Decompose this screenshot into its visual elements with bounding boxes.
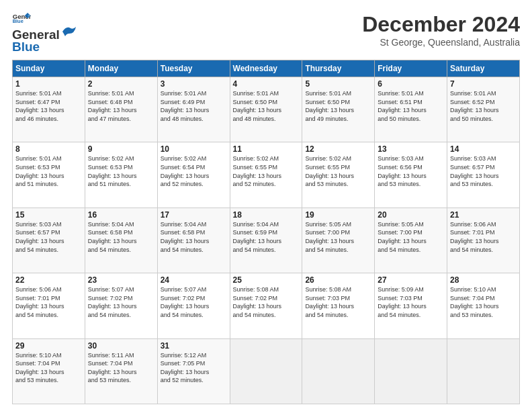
day-info: Sunrise: 5:04 AMSunset: 6:59 PMDaylight:… bbox=[233, 220, 300, 254]
day-number: 24 bbox=[161, 275, 227, 285]
calendar-week-row: 1Sunrise: 5:01 AMSunset: 6:47 PMDaylight… bbox=[13, 77, 520, 142]
logo-bird-icon bbox=[61, 24, 76, 39]
day-number: 31 bbox=[161, 341, 227, 351]
day-number: 23 bbox=[88, 275, 154, 285]
day-number: 18 bbox=[233, 210, 300, 220]
day-info: Sunrise: 5:09 AMSunset: 7:03 PMDaylight:… bbox=[378, 285, 444, 319]
table-row: 8Sunrise: 5:01 AMSunset: 6:53 PMDaylight… bbox=[13, 142, 85, 208]
col-friday: Friday bbox=[375, 60, 447, 77]
calendar: Sunday Monday Tuesday Wednesday Thursday… bbox=[12, 60, 520, 404]
day-number: 29 bbox=[15, 341, 82, 351]
table-row: 23Sunrise: 5:07 AMSunset: 7:02 PMDayligh… bbox=[85, 273, 157, 338]
day-number: 15 bbox=[15, 210, 82, 220]
day-info: Sunrise: 5:06 AMSunset: 7:01 PMDaylight:… bbox=[450, 220, 517, 254]
table-row: 30Sunrise: 5:11 AMSunset: 7:04 PMDayligh… bbox=[85, 338, 157, 404]
table-row: 5Sunrise: 5:01 AMSunset: 6:50 PMDaylight… bbox=[302, 77, 375, 142]
page: General Blue General Blue December 2024 … bbox=[0, 0, 532, 411]
table-row: 4Sunrise: 5:01 AMSunset: 6:50 PMDaylight… bbox=[230, 77, 302, 142]
day-info: Sunrise: 5:10 AMSunset: 7:04 PMDaylight:… bbox=[450, 285, 517, 319]
month-title: December 2024 bbox=[362, 12, 520, 37]
day-number: 13 bbox=[378, 144, 444, 154]
day-number: 3 bbox=[161, 79, 227, 89]
day-info: Sunrise: 5:02 AMSunset: 6:55 PMDaylight:… bbox=[233, 154, 300, 188]
table-row: 12Sunrise: 5:02 AMSunset: 6:55 PMDayligh… bbox=[302, 142, 375, 208]
col-wednesday: Wednesday bbox=[230, 60, 302, 77]
col-thursday: Thursday bbox=[302, 60, 375, 77]
day-info: Sunrise: 5:01 AMSunset: 6:49 PMDaylight:… bbox=[161, 89, 227, 123]
col-sunday: Sunday bbox=[13, 60, 85, 77]
day-number: 5 bbox=[305, 79, 371, 89]
day-info: Sunrise: 5:11 AMSunset: 7:04 PMDaylight:… bbox=[88, 351, 154, 385]
day-info: Sunrise: 5:07 AMSunset: 7:02 PMDaylight:… bbox=[88, 285, 154, 319]
table-row: 17Sunrise: 5:04 AMSunset: 6:58 PMDayligh… bbox=[157, 208, 230, 273]
table-row: 14Sunrise: 5:03 AMSunset: 6:57 PMDayligh… bbox=[447, 142, 520, 208]
day-number: 26 bbox=[305, 275, 371, 285]
col-monday: Monday bbox=[85, 60, 157, 77]
table-row: 28Sunrise: 5:10 AMSunset: 7:04 PMDayligh… bbox=[447, 273, 520, 338]
logo-icon: General Blue bbox=[12, 12, 31, 23]
table-row: 11Sunrise: 5:02 AMSunset: 6:55 PMDayligh… bbox=[230, 142, 302, 208]
day-info: Sunrise: 5:06 AMSunset: 7:01 PMDaylight:… bbox=[15, 285, 82, 319]
day-number: 14 bbox=[450, 144, 517, 154]
day-number: 6 bbox=[378, 79, 444, 89]
table-row: 25Sunrise: 5:08 AMSunset: 7:02 PMDayligh… bbox=[230, 273, 302, 338]
table-row: 29Sunrise: 5:10 AMSunset: 7:04 PMDayligh… bbox=[13, 338, 85, 404]
day-number: 19 bbox=[305, 210, 371, 220]
day-info: Sunrise: 5:02 AMSunset: 6:54 PMDaylight:… bbox=[161, 154, 227, 188]
day-info: Sunrise: 5:01 AMSunset: 6:48 PMDaylight:… bbox=[88, 89, 154, 123]
day-number: 12 bbox=[305, 144, 371, 154]
day-info: Sunrise: 5:01 AMSunset: 6:47 PMDaylight:… bbox=[15, 89, 82, 123]
svg-text:Blue: Blue bbox=[13, 18, 24, 23]
day-info: Sunrise: 5:01 AMSunset: 6:51 PMDaylight:… bbox=[378, 89, 444, 123]
table-row: 2Sunrise: 5:01 AMSunset: 6:48 PMDaylight… bbox=[85, 77, 157, 142]
day-number: 28 bbox=[450, 275, 517, 285]
day-info: Sunrise: 5:04 AMSunset: 6:58 PMDaylight:… bbox=[161, 220, 227, 254]
col-tuesday: Tuesday bbox=[157, 60, 230, 77]
day-info: Sunrise: 5:07 AMSunset: 7:02 PMDaylight:… bbox=[161, 285, 227, 319]
day-number: 1 bbox=[15, 79, 82, 89]
table-row: 15Sunrise: 5:03 AMSunset: 6:57 PMDayligh… bbox=[13, 208, 85, 273]
day-info: Sunrise: 5:01 AMSunset: 6:53 PMDaylight:… bbox=[15, 154, 82, 188]
calendar-week-row: 22Sunrise: 5:06 AMSunset: 7:01 PMDayligh… bbox=[13, 273, 520, 338]
day-info: Sunrise: 5:10 AMSunset: 7:04 PMDaylight:… bbox=[15, 351, 82, 385]
day-number: 2 bbox=[88, 79, 154, 89]
table-row: 19Sunrise: 5:05 AMSunset: 7:00 PMDayligh… bbox=[302, 208, 375, 273]
day-number: 27 bbox=[378, 275, 444, 285]
table-row: 3Sunrise: 5:01 AMSunset: 6:49 PMDaylight… bbox=[157, 77, 230, 142]
table-row: 10Sunrise: 5:02 AMSunset: 6:54 PMDayligh… bbox=[157, 142, 230, 208]
col-saturday: Saturday bbox=[447, 60, 520, 77]
calendar-week-row: 29Sunrise: 5:10 AMSunset: 7:04 PMDayligh… bbox=[13, 338, 520, 404]
day-info: Sunrise: 5:03 AMSunset: 6:57 PMDaylight:… bbox=[15, 220, 82, 254]
table-row: 16Sunrise: 5:04 AMSunset: 6:58 PMDayligh… bbox=[85, 208, 157, 273]
logo-blue: Blue bbox=[12, 40, 40, 54]
day-info: Sunrise: 5:01 AMSunset: 6:50 PMDaylight:… bbox=[233, 89, 300, 123]
day-info: Sunrise: 5:12 AMSunset: 7:05 PMDaylight:… bbox=[161, 351, 227, 385]
title-block: December 2024 St George, Queensland, Aus… bbox=[362, 12, 520, 48]
day-info: Sunrise: 5:03 AMSunset: 6:56 PMDaylight:… bbox=[378, 154, 444, 188]
day-number: 21 bbox=[450, 210, 517, 220]
table-row: 27Sunrise: 5:09 AMSunset: 7:03 PMDayligh… bbox=[375, 273, 447, 338]
header: General Blue General Blue December 2024 … bbox=[12, 12, 520, 54]
day-info: Sunrise: 5:02 AMSunset: 6:53 PMDaylight:… bbox=[88, 154, 154, 188]
day-number: 17 bbox=[161, 210, 227, 220]
day-info: Sunrise: 5:04 AMSunset: 6:58 PMDaylight:… bbox=[88, 220, 154, 254]
table-row: 31Sunrise: 5:12 AMSunset: 7:05 PMDayligh… bbox=[157, 338, 230, 404]
day-number: 16 bbox=[88, 210, 154, 220]
table-row: 21Sunrise: 5:06 AMSunset: 7:01 PMDayligh… bbox=[447, 208, 520, 273]
day-number: 11 bbox=[233, 144, 300, 154]
table-row: 7Sunrise: 5:01 AMSunset: 6:52 PMDaylight… bbox=[447, 77, 520, 142]
table-row: 18Sunrise: 5:04 AMSunset: 6:59 PMDayligh… bbox=[230, 208, 302, 273]
table-row bbox=[375, 338, 447, 404]
table-row: 22Sunrise: 5:06 AMSunset: 7:01 PMDayligh… bbox=[13, 273, 85, 338]
day-number: 4 bbox=[233, 79, 300, 89]
table-row bbox=[447, 338, 520, 404]
table-row: 24Sunrise: 5:07 AMSunset: 7:02 PMDayligh… bbox=[157, 273, 230, 338]
day-number: 22 bbox=[15, 275, 82, 285]
day-info: Sunrise: 5:03 AMSunset: 6:57 PMDaylight:… bbox=[450, 154, 517, 188]
day-number: 10 bbox=[161, 144, 227, 154]
day-info: Sunrise: 5:08 AMSunset: 7:03 PMDaylight:… bbox=[305, 285, 371, 319]
day-info: Sunrise: 5:02 AMSunset: 6:55 PMDaylight:… bbox=[305, 154, 371, 188]
calendar-week-row: 15Sunrise: 5:03 AMSunset: 6:57 PMDayligh… bbox=[13, 208, 520, 273]
day-number: 25 bbox=[233, 275, 300, 285]
table-row: 9Sunrise: 5:02 AMSunset: 6:53 PMDaylight… bbox=[85, 142, 157, 208]
